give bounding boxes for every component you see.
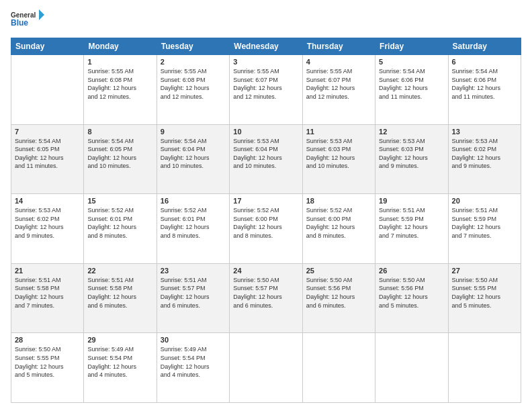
day-number: 15 (87, 197, 152, 205)
calendar-cell: 20Sunrise: 5:51 AM Sunset: 5:59 PM Dayli… (448, 194, 521, 264)
calendar-cell: 7Sunrise: 5:54 AM Sunset: 6:05 PM Daylig… (11, 124, 84, 194)
calendar-cell: 13Sunrise: 5:53 AM Sunset: 6:02 PM Dayli… (448, 124, 521, 194)
cell-info: Sunrise: 5:49 AM Sunset: 5:54 PM Dayligh… (87, 345, 152, 379)
day-number: 12 (379, 128, 444, 136)
calendar-cell: 28Sunrise: 5:50 AM Sunset: 5:55 PM Dayli… (11, 333, 84, 403)
cell-info: Sunrise: 5:50 AM Sunset: 5:55 PM Dayligh… (452, 276, 517, 310)
day-number: 18 (306, 197, 371, 205)
cell-info: Sunrise: 5:54 AM Sunset: 6:04 PM Dayligh… (161, 137, 226, 171)
day-header-friday: Friday (375, 38, 448, 55)
day-number: 27 (452, 267, 517, 275)
cell-info: Sunrise: 5:51 AM Sunset: 5:58 PM Dayligh… (87, 276, 152, 310)
calendar-cell (448, 333, 521, 403)
day-header-tuesday: Tuesday (157, 38, 229, 55)
calendar-cell: 9Sunrise: 5:54 AM Sunset: 6:04 PM Daylig… (157, 124, 229, 194)
cell-info: Sunrise: 5:55 AM Sunset: 6:07 PM Dayligh… (306, 67, 371, 101)
day-number: 6 (452, 58, 517, 66)
day-number: 20 (452, 197, 517, 205)
day-number: 19 (379, 197, 444, 205)
cell-info: Sunrise: 5:52 AM Sunset: 6:01 PM Dayligh… (161, 206, 226, 240)
cell-info: Sunrise: 5:53 AM Sunset: 6:03 PM Dayligh… (306, 137, 371, 171)
day-number: 11 (306, 128, 371, 136)
svg-marker-2 (39, 9, 44, 20)
calendar-cell (11, 55, 84, 125)
day-number: 1 (87, 58, 152, 66)
day-number: 29 (87, 336, 152, 344)
calendar-cell: 21Sunrise: 5:51 AM Sunset: 5:58 PM Dayli… (11, 263, 84, 333)
cell-info: Sunrise: 5:50 AM Sunset: 5:56 PM Dayligh… (379, 276, 444, 310)
calendar-cell: 19Sunrise: 5:51 AM Sunset: 5:59 PM Dayli… (375, 194, 448, 264)
day-number: 26 (379, 267, 444, 275)
week-row-3: 14Sunrise: 5:53 AM Sunset: 6:02 PM Dayli… (11, 194, 521, 264)
calendar-cell: 25Sunrise: 5:50 AM Sunset: 5:56 PM Dayli… (302, 263, 375, 333)
calendar-cell: 5Sunrise: 5:54 AM Sunset: 6:06 PM Daylig… (375, 55, 448, 125)
cell-info: Sunrise: 5:53 AM Sunset: 6:02 PM Dayligh… (15, 206, 80, 240)
week-row-4: 21Sunrise: 5:51 AM Sunset: 5:58 PM Dayli… (11, 263, 521, 333)
cell-info: Sunrise: 5:50 AM Sunset: 5:55 PM Dayligh… (15, 345, 80, 379)
calendar-cell: 26Sunrise: 5:50 AM Sunset: 5:56 PM Dayli… (375, 263, 448, 333)
logo-svg: General Blue (11, 8, 44, 32)
calendar-cell: 24Sunrise: 5:50 AM Sunset: 5:57 PM Dayli… (230, 263, 302, 333)
day-number: 2 (161, 58, 226, 66)
day-number: 4 (306, 58, 371, 66)
day-number: 9 (161, 128, 226, 136)
day-number: 16 (161, 197, 226, 205)
calendar-cell: 18Sunrise: 5:52 AM Sunset: 6:00 PM Dayli… (302, 194, 375, 264)
calendar-cell: 11Sunrise: 5:53 AM Sunset: 6:03 PM Dayli… (302, 124, 375, 194)
cell-info: Sunrise: 5:54 AM Sunset: 6:05 PM Dayligh… (87, 137, 152, 171)
week-row-5: 28Sunrise: 5:50 AM Sunset: 5:55 PM Dayli… (11, 333, 521, 403)
day-number: 17 (233, 197, 298, 205)
day-number: 10 (233, 128, 298, 136)
day-header-wednesday: Wednesday (230, 38, 302, 55)
cell-info: Sunrise: 5:51 AM Sunset: 5:57 PM Dayligh… (161, 276, 226, 310)
calendar-cell: 29Sunrise: 5:49 AM Sunset: 5:54 PM Dayli… (84, 333, 157, 403)
day-number: 14 (15, 197, 80, 205)
cell-info: Sunrise: 5:52 AM Sunset: 6:00 PM Dayligh… (233, 206, 298, 240)
cell-info: Sunrise: 5:54 AM Sunset: 6:06 PM Dayligh… (379, 67, 444, 101)
day-header-saturday: Saturday (448, 38, 521, 55)
calendar-cell: 4Sunrise: 5:55 AM Sunset: 6:07 PM Daylig… (302, 55, 375, 125)
day-number: 21 (15, 267, 80, 275)
day-number: 8 (87, 128, 152, 136)
calendar-cell: 3Sunrise: 5:55 AM Sunset: 6:07 PM Daylig… (230, 55, 302, 125)
calendar-cell: 2Sunrise: 5:55 AM Sunset: 6:08 PM Daylig… (157, 55, 229, 125)
day-header-monday: Monday (84, 38, 157, 55)
day-number: 3 (233, 58, 298, 66)
calendar-cell: 27Sunrise: 5:50 AM Sunset: 5:55 PM Dayli… (448, 263, 521, 333)
cell-info: Sunrise: 5:49 AM Sunset: 5:54 PM Dayligh… (161, 345, 226, 379)
calendar-cell (230, 333, 302, 403)
calendar-cell (375, 333, 448, 403)
day-number: 22 (87, 267, 152, 275)
calendar-cell (302, 333, 375, 403)
calendar-cell: 14Sunrise: 5:53 AM Sunset: 6:02 PM Dayli… (11, 194, 84, 264)
cell-info: Sunrise: 5:51 AM Sunset: 5:59 PM Dayligh… (452, 206, 517, 240)
cell-info: Sunrise: 5:52 AM Sunset: 6:01 PM Dayligh… (87, 206, 152, 240)
calendar-cell: 22Sunrise: 5:51 AM Sunset: 5:58 PM Dayli… (84, 263, 157, 333)
cell-info: Sunrise: 5:54 AM Sunset: 6:05 PM Dayligh… (15, 137, 80, 171)
day-number: 28 (15, 336, 80, 344)
cell-info: Sunrise: 5:55 AM Sunset: 6:08 PM Dayligh… (87, 67, 152, 101)
week-row-2: 7Sunrise: 5:54 AM Sunset: 6:05 PM Daylig… (11, 124, 521, 194)
day-number: 25 (306, 267, 371, 275)
calendar-cell: 6Sunrise: 5:54 AM Sunset: 6:06 PM Daylig… (448, 55, 521, 125)
calendar-cell: 23Sunrise: 5:51 AM Sunset: 5:57 PM Dayli… (157, 263, 229, 333)
day-number: 5 (379, 58, 444, 66)
cell-info: Sunrise: 5:53 AM Sunset: 6:02 PM Dayligh… (452, 137, 517, 171)
cell-info: Sunrise: 5:54 AM Sunset: 6:06 PM Dayligh… (452, 67, 517, 101)
calendar-cell: 8Sunrise: 5:54 AM Sunset: 6:05 PM Daylig… (84, 124, 157, 194)
cell-info: Sunrise: 5:53 AM Sunset: 6:04 PM Dayligh… (233, 137, 298, 171)
calendar-cell: 30Sunrise: 5:49 AM Sunset: 5:54 PM Dayli… (157, 333, 229, 403)
day-number: 24 (233, 267, 298, 275)
cell-info: Sunrise: 5:51 AM Sunset: 5:58 PM Dayligh… (15, 276, 80, 310)
svg-text:Blue: Blue (11, 18, 28, 28)
header: General Blue (11, 8, 521, 32)
cell-info: Sunrise: 5:51 AM Sunset: 5:59 PM Dayligh… (379, 206, 444, 240)
cell-info: Sunrise: 5:50 AM Sunset: 5:56 PM Dayligh… (306, 276, 371, 310)
cell-info: Sunrise: 5:53 AM Sunset: 6:03 PM Dayligh… (379, 137, 444, 171)
day-number: 30 (161, 336, 226, 344)
day-number: 23 (161, 267, 226, 275)
calendar-header-row: SundayMondayTuesdayWednesdayThursdayFrid… (11, 38, 521, 55)
calendar-cell: 16Sunrise: 5:52 AM Sunset: 6:01 PM Dayli… (157, 194, 229, 264)
cell-info: Sunrise: 5:50 AM Sunset: 5:57 PM Dayligh… (233, 276, 298, 310)
cell-info: Sunrise: 5:52 AM Sunset: 6:00 PM Dayligh… (306, 206, 371, 240)
